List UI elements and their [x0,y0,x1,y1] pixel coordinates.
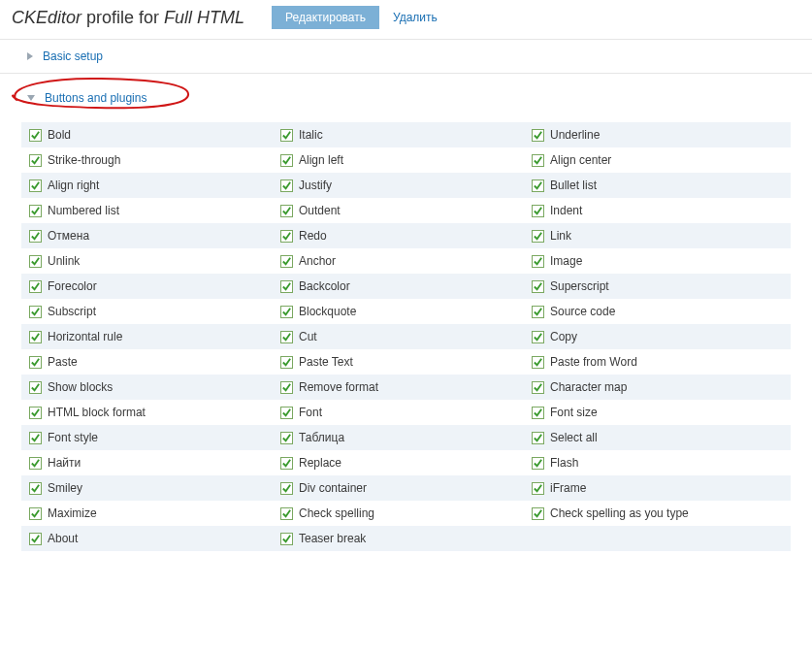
plugin-cell: Indent [532,204,783,217]
plugin-cell: Source code [532,305,783,318]
plugin-label: Character map [550,380,627,394]
checkbox[interactable] [532,280,544,293]
plugin-label: Flash [550,456,578,470]
checkbox[interactable] [29,407,42,419]
checkbox[interactable] [29,306,42,318]
plugin-label: Font [299,406,322,419]
table-row: UnlinkAnchorImage [21,248,791,274]
plugin-label: Forecolor [48,279,97,293]
chevron-down-icon [27,95,35,101]
plugin-label: Superscript [550,279,609,293]
plugin-label: Image [550,254,582,268]
checkbox[interactable] [280,154,293,167]
checkbox[interactable] [532,356,544,369]
checkbox[interactable] [280,533,293,545]
checkbox[interactable] [29,381,42,394]
plugin-cell: Subscript [29,305,280,318]
checkbox[interactable] [29,356,42,369]
checkbox[interactable] [29,179,42,192]
checkbox[interactable] [532,306,544,318]
fieldset-basic-setup[interactable]: Basic setup [0,39,812,74]
table-row: Numbered listOutdentIndent [21,198,791,223]
plugin-label: Align center [550,153,611,167]
plugin-label: Blockquote [299,305,356,318]
checkbox[interactable] [29,457,42,470]
checkbox[interactable] [280,381,293,394]
checkbox[interactable] [532,129,544,142]
plugin-cell: Paste from Word [532,355,783,369]
plugin-label: Font style [48,431,98,444]
plugin-cell: Character map [532,380,783,394]
checkbox[interactable] [280,280,293,293]
checkbox[interactable] [532,507,544,520]
table-row: SubscriptBlockquoteSource code [21,299,791,324]
plugin-cell: Align left [280,153,532,167]
checkbox[interactable] [532,482,544,495]
checkbox[interactable] [532,205,544,217]
checkbox[interactable] [532,230,544,243]
title-profile: Full HTML [164,8,244,27]
checkbox[interactable] [532,407,544,419]
checkbox[interactable] [280,507,293,520]
plugin-label: Bold [48,128,71,142]
plugin-cell: Backcolor [280,279,532,293]
checkbox[interactable] [280,356,293,369]
plugin-cell: Найти [29,456,280,470]
checkbox[interactable] [532,457,544,470]
table-row: Show blocksRemove formatCharacter map [21,375,791,400]
plugin-label: Anchor [299,254,336,268]
table-row: MaximizeCheck spellingCheck spelling as … [21,501,791,526]
checkbox[interactable] [29,230,42,243]
table-row: ОтменаRedoLink [21,223,791,248]
checkbox[interactable] [29,331,42,343]
checkbox[interactable] [280,129,293,142]
checkbox[interactable] [280,306,293,318]
checkbox[interactable] [29,129,42,142]
plugin-cell: Numbered list [29,204,280,217]
checkbox[interactable] [29,432,42,444]
checkbox[interactable] [29,507,42,520]
checkbox[interactable] [29,154,42,167]
checkbox[interactable] [532,255,544,268]
plugin-cell: Replace [280,456,532,470]
plugin-cell: Align right [29,179,280,192]
checkbox[interactable] [532,179,544,192]
checkbox[interactable] [29,255,42,268]
plugin-cell: Strike-through [29,153,280,167]
checkbox[interactable] [280,331,293,343]
checkbox[interactable] [29,533,42,545]
checkbox[interactable] [29,205,42,217]
table-row: PastePaste TextPaste from Word [21,349,791,375]
checkbox[interactable] [532,331,544,343]
tab-delete[interactable]: Удалить [393,11,438,24]
checkbox[interactable] [280,482,293,495]
checkbox[interactable] [280,230,293,243]
plugin-label: Bullet list [550,179,597,192]
checkbox[interactable] [29,482,42,495]
plugin-label: About [48,532,78,545]
checkbox[interactable] [532,432,544,444]
plugin-cell: Unlink [29,254,280,268]
checkbox[interactable] [280,179,293,192]
tab-edit[interactable]: Редактировать [272,6,379,29]
checkbox[interactable] [280,432,293,444]
plugin-cell: Underline [532,128,783,142]
plugin-cell: iFrame [532,481,783,495]
checkbox[interactable] [280,255,293,268]
checkbox[interactable] [280,407,293,419]
plugin-cell: Select all [532,431,783,444]
checkbox[interactable] [280,205,293,217]
plugin-cell: Copy [532,330,783,343]
plugin-label: Show blocks [48,380,113,394]
checkbox[interactable] [280,457,293,470]
plugin-label: Link [550,229,571,243]
plugin-label: Italic [299,128,323,142]
plugin-cell: Отмена [29,229,280,243]
checkbox[interactable] [532,154,544,167]
plugin-label: iFrame [550,481,586,495]
plugin-cell: Image [532,254,783,268]
plugin-label: Subscript [48,305,96,318]
checkbox[interactable] [29,280,42,293]
checkbox[interactable] [532,381,544,394]
fieldset-buttons-plugins[interactable]: Buttons and plugins [0,82,812,114]
